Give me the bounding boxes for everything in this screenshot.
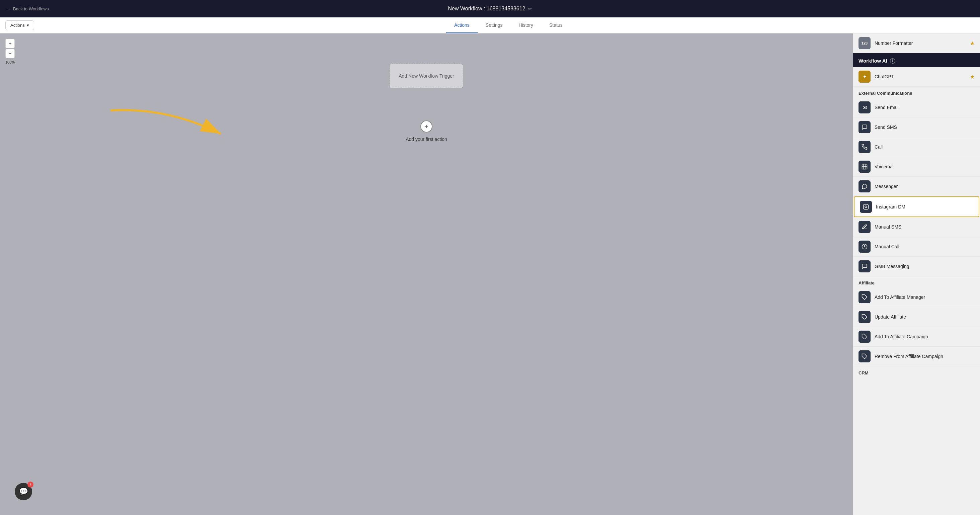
add-affiliate-manager-label: Add To Affiliate Manager	[875, 294, 925, 300]
tab-status[interactable]: Status	[541, 18, 571, 33]
voicemail-icon	[859, 161, 870, 173]
tab-history[interactable]: History	[511, 18, 541, 33]
actions-dropdown-label: Actions	[10, 23, 25, 28]
messenger-label: Messenger	[875, 184, 898, 189]
send-sms-item[interactable]: Send SMS	[853, 118, 980, 137]
gmb-messaging-label: GMB Messaging	[875, 264, 909, 269]
chatgpt-label: ChatGPT	[875, 74, 894, 79]
tab-group: Actions Settings History Status	[42, 18, 975, 33]
send-email-item[interactable]: ✉ Send Email	[853, 98, 980, 118]
workflow-title-text: New Workflow : 1688134583612	[448, 6, 525, 12]
number-formatter-item[interactable]: 123 Number Formatter ★	[853, 33, 980, 53]
back-to-workflows-button[interactable]: ← Back to Workflows	[7, 6, 49, 11]
affiliate-header: Affiliate	[853, 277, 980, 288]
call-icon	[859, 141, 870, 153]
number-formatter-label: Number Formatter	[875, 40, 913, 46]
manual-sms-item[interactable]: Manual SMS	[853, 217, 980, 237]
add-affiliate-campaign-icon	[859, 331, 870, 343]
remove-affiliate-campaign-item[interactable]: Remove From Affiliate Campaign	[853, 347, 980, 366]
instagram-dm-icon	[860, 201, 872, 213]
plus-icon: +	[425, 123, 428, 130]
topbar: ← Back to Workflows New Workflow : 16881…	[0, 0, 980, 17]
remove-affiliate-campaign-label: Remove From Affiliate Campaign	[875, 354, 943, 359]
zoom-level: 100%	[5, 60, 15, 64]
chatgpt-icon: ✦	[859, 71, 870, 83]
zoom-out-button[interactable]: −	[5, 49, 15, 58]
number-formatter-star: ★	[970, 40, 975, 46]
edit-title-icon[interactable]: ✏	[528, 6, 532, 11]
crm-header: CRM	[853, 366, 980, 377]
call-label: Call	[875, 144, 883, 149]
trigger-label: Add New Workflow Trigger	[399, 73, 454, 79]
tab-actions[interactable]: Actions	[446, 18, 477, 33]
update-affiliate-label: Update Affiliate	[875, 314, 906, 319]
tabbar: Actions ▾ Actions Settings History Statu…	[0, 17, 980, 33]
add-affiliate-campaign-label: Add To Affiliate Campaign	[875, 334, 928, 339]
voicemail-label: Voicemail	[875, 164, 895, 169]
update-affiliate-icon	[859, 311, 870, 323]
manual-sms-icon	[859, 221, 870, 233]
remove-affiliate-campaign-icon	[859, 350, 870, 362]
external-comms-header: External Communications	[853, 87, 980, 98]
actions-list[interactable]: External Communications ✉ Send Email Sen…	[853, 87, 980, 515]
chat-widget-button[interactable]: 💬 8	[15, 483, 32, 500]
send-sms-icon	[859, 121, 870, 133]
workflow-ai-section: Workflow AI i	[853, 53, 980, 67]
main-layout: + − 100% Add New Workflow Trigger + Add …	[0, 33, 980, 515]
instagram-dm-label: Instagram DM	[876, 204, 905, 210]
tab-settings[interactable]: Settings	[477, 18, 511, 33]
chatgpt-item[interactable]: ✦ ChatGPT ★	[853, 67, 980, 87]
add-trigger-box[interactable]: Add New Workflow Trigger	[390, 64, 463, 88]
manual-call-icon	[859, 241, 870, 253]
instagram-dm-item[interactable]: Instagram DM	[854, 196, 979, 217]
chat-icon: 💬	[19, 487, 28, 496]
update-affiliate-item[interactable]: Update Affiliate	[853, 307, 980, 327]
chevron-down-icon: ▾	[27, 23, 29, 28]
manual-call-label: Manual Call	[875, 244, 899, 249]
chat-notification-badge: 8	[27, 482, 33, 488]
add-action-button[interactable]: +	[420, 121, 433, 132]
send-email-icon: ✉	[859, 102, 870, 113]
arrow-annotation	[100, 100, 234, 167]
back-arrow-icon: ←	[7, 6, 11, 11]
add-action-label: Add your first action	[406, 137, 447, 142]
svg-rect-5	[864, 205, 869, 210]
messenger-item[interactable]: Messenger	[853, 177, 980, 196]
number-formatter-icon: 123	[859, 37, 870, 49]
workflow-ai-info-icon[interactable]: i	[890, 58, 895, 64]
send-email-label: Send Email	[875, 105, 899, 110]
add-to-affiliate-manager-item[interactable]: Add To Affiliate Manager	[853, 288, 980, 307]
actions-dropdown-button[interactable]: Actions ▾	[5, 21, 34, 30]
messenger-icon	[859, 180, 870, 192]
gmb-messaging-item[interactable]: GMB Messaging	[853, 257, 980, 277]
send-sms-label: Send SMS	[875, 124, 897, 130]
back-label: Back to Workflows	[13, 6, 49, 11]
canvas-controls: + − 100%	[5, 39, 15, 64]
call-item[interactable]: Call	[853, 137, 980, 157]
workflow-title: New Workflow : 1688134583612 ✏	[448, 6, 532, 12]
manual-sms-label: Manual SMS	[875, 224, 901, 230]
manual-call-item[interactable]: Manual Call	[853, 237, 980, 257]
zoom-in-button[interactable]: +	[5, 39, 15, 48]
voicemail-item[interactable]: Voicemail	[853, 157, 980, 177]
chatgpt-star: ★	[970, 74, 975, 80]
add-affiliate-manager-icon	[859, 291, 870, 303]
add-affiliate-campaign-item[interactable]: Add To Affiliate Campaign	[853, 327, 980, 347]
workflow-canvas[interactable]: + − 100% Add New Workflow Trigger + Add …	[0, 33, 853, 515]
workflow-ai-label: Workflow AI	[859, 58, 887, 64]
gmb-messaging-icon	[859, 260, 870, 272]
right-actions-panel: 123 Number Formatter ★ Workflow AI i ✦ C…	[853, 33, 980, 515]
